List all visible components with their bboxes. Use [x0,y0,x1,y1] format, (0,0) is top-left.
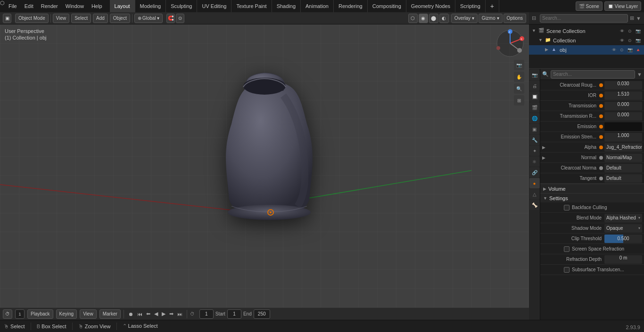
clearcoat-norma-field[interactable]: Default [604,164,642,172]
step-fwd-btn[interactable]: ➡ [168,311,175,317]
clearcoat-norma-dot[interactable] [599,166,603,170]
eye-icon[interactable]: 👁 [619,28,625,34]
menu-file[interactable]: File [5,0,21,12]
proportional-btn[interactable]: ⊙ [176,14,184,23]
emission-strength-dot[interactable] [599,135,603,139]
tab-texture-paint[interactable]: Texture Paint [231,0,272,12]
step-back-btn[interactable]: ⬅ [145,311,152,317]
jump-start-btn[interactable]: ⏮ [136,311,144,317]
object-mode-btn[interactable]: Object Mode [15,14,49,23]
snap-btn[interactable]: 🧲 [166,14,175,23]
viewport-shading-render[interactable]: ◐ [439,14,449,23]
tab-shading[interactable]: Shading [272,0,301,12]
obj-cursor-icon[interactable]: ⊙ [619,47,625,53]
viewport-gizmo[interactable]: X Z [496,29,524,57]
props-filter-icon[interactable]: ▼ [637,72,642,77]
menu-render[interactable]: Render [37,0,62,12]
shadow-mode-dropdown[interactable]: Opaque ▾ [604,224,642,233]
outliner-search-input[interactable] [540,14,628,23]
constraints-tab[interactable]: 🔗 [529,167,540,178]
emission-strength-field[interactable]: 1.000 [604,133,642,141]
blender-logo[interactable]: ⬡ [0,0,5,12]
end-frame-field[interactable]: 250 [254,309,270,319]
transmission-r-field[interactable]: 0.000 [604,112,642,121]
clearcoat-roughness-dot[interactable] [599,83,603,87]
tangent-dot[interactable] [599,177,603,180]
gizmo-btn[interactable]: Gizmo ▾ [479,14,503,23]
tab-add[interactable]: + [486,0,499,12]
marker-btn[interactable]: Marker [99,309,121,319]
transmission-dot[interactable] [599,104,603,108]
volume-section-header[interactable]: ▶ Volume [540,184,644,193]
modifier-tab[interactable]: 🔧 [529,135,540,145]
outliner-sort-icon[interactable]: ⊞ [630,15,634,21]
play-reverse-btn[interactable]: ◀ [153,311,159,317]
subsurface-checkbox[interactable] [564,267,570,273]
tab-animation[interactable]: Animation [301,0,334,12]
ior-dot[interactable] [599,94,603,97]
blend-mode-dropdown[interactable]: Alpha Hashed ▾ [604,214,642,222]
timeline-mode-icon[interactable]: ⏱ [3,309,12,319]
ssr-checkbox[interactable] [564,246,570,252]
select-menu-btn[interactable]: Select [71,14,91,23]
transform-orientation[interactable]: ⊕ Global ▾ [134,14,163,23]
view-layer-selector[interactable]: 🔲 View Layer [604,1,641,11]
tab-sculpting[interactable]: Sculpting [166,0,197,12]
backface-culling-checkbox[interactable] [564,205,570,211]
coll-cursor-icon[interactable]: ⊙ [627,37,633,44]
cursor-icon[interactable]: ⊙ [627,28,633,34]
timeline-view-btn[interactable]: View [80,309,97,319]
transmission-r-dot[interactable] [599,114,603,118]
props-search-input[interactable] [551,70,635,79]
tab-compositing[interactable]: Compositing [368,0,406,12]
current-frame-field[interactable]: 1 [199,309,214,319]
options-btn[interactable]: Options [504,14,526,23]
tangent-field[interactable]: Default [604,174,642,183]
alpha-field[interactable]: Jug_4_Refraction_in... [604,143,642,152]
object-menu-btn[interactable]: Object [110,14,130,23]
keying-btn[interactable]: Keying [56,309,77,319]
viewport-shading-wire[interactable]: ⬡ [408,14,418,23]
clip-threshold-field[interactable]: 0.500 [604,235,642,243]
material-tab[interactable]: ● [529,178,540,188]
grid-icon-btn[interactable]: ⊞ [514,95,524,105]
viewport-shading-material[interactable]: ⬤ [429,14,438,23]
outliner-collection[interactable]: ▼ 📁 Collection 👁 ⊙ 📷 [529,36,644,45]
tab-uv-editing[interactable]: UV Editing [197,0,231,12]
viewport-shading-solid[interactable]: ◉ [419,14,428,23]
normal-dot[interactable] [599,156,603,160]
settings-section-header[interactable]: ▼ Settings [540,193,644,202]
normal-field[interactable]: Normal/Map [604,154,642,162]
playback-btn[interactable]: Playback [27,309,53,319]
transmission-field[interactable]: 0.000 [604,102,642,110]
coll-eye-icon[interactable]: 👁 [619,37,625,44]
scene-selector[interactable]: 🎬 Scene [576,1,603,11]
tab-geometry-nodes[interactable]: Geometry Nodes [406,0,455,12]
coll-render-icon[interactable]: 📷 [635,37,641,44]
outliner-obj[interactable]: ▶ ▲ obj 👁 ⊙ 📷 🔺 [529,45,644,55]
jump-end-btn[interactable]: ⏭ [176,311,184,317]
ior-field[interactable]: 1.510 [604,91,642,100]
start-frame-field[interactable]: 1 [227,309,241,319]
normal-expand[interactable]: ▶ [542,155,545,160]
render-tab[interactable]: 📷 [529,70,540,80]
emission-field[interactable] [604,122,642,131]
menu-help[interactable]: Help [88,0,106,12]
render-icon[interactable]: 📷 [635,28,641,34]
alpha-dot[interactable] [599,146,603,149]
view-menu-btn[interactable]: View [53,14,70,23]
tab-modeling[interactable]: Modeling [135,0,166,12]
obj-render-icon[interactable]: 📷 [627,47,633,53]
data-tab[interactable]: △ [529,189,540,199]
output-tab[interactable]: 🖨 [529,81,540,91]
add-menu-btn[interactable]: Add [93,14,108,23]
physics-tab[interactable]: ⚛ [529,156,540,167]
object-mode-icon[interactable]: ▣ [3,14,11,23]
outliner-scene-collection[interactable]: ▼ 🎬 Scene Collection 👁 ⊙ 📷 [529,26,644,36]
timeline-frame-num[interactable]: 1 [15,309,25,319]
obj-material-icon[interactable]: 🔺 [635,47,641,53]
world-tab[interactable]: 🌐 [529,113,540,123]
view-layer-tab[interactable]: 🔲 [529,91,540,102]
emission-dot[interactable] [599,125,603,129]
overlay-btn[interactable]: Overlay ▾ [451,14,478,23]
